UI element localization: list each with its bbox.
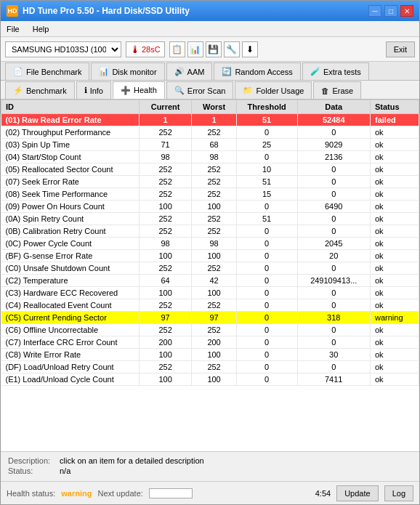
cell-data: 0 <box>297 188 370 201</box>
cell-data: 30 <box>297 349 370 361</box>
tab-disk-monitor[interactable]: 📊 Disk monitor <box>91 62 164 80</box>
menu-file[interactable]: File <box>4 24 23 34</box>
cell-status: ok <box>370 126 419 139</box>
cell-worst: 42 <box>192 275 236 287</box>
cell-worst: 200 <box>192 336 236 349</box>
cell-status: ok <box>370 176 419 188</box>
table-row[interactable]: (08) Seek Time Performance252252150ok <box>1 188 419 201</box>
tab-health[interactable]: ➕ Health <box>113 81 165 99</box>
icon-btn-4[interactable]: 🔧 <box>224 41 240 57</box>
log-button[interactable]: Log <box>384 485 413 501</box>
tab-folder-usage[interactable]: 📁 Folder Usage <box>235 81 312 99</box>
cell-worst: 1 <box>192 114 236 126</box>
error-scan-icon: 🔍 <box>174 86 185 95</box>
cell-current: 71 <box>139 139 192 151</box>
random-access-label: Random Access <box>235 68 292 76</box>
benchmark-icon: ⚡ <box>13 86 23 95</box>
exit-button[interactable]: Exit <box>386 41 415 57</box>
tab-error-scan[interactable]: 🔍 Error Scan <box>166 81 234 99</box>
table-row[interactable]: (09) Power On Hours Count10010006490ok <box>1 201 419 213</box>
tab-random-access[interactable]: 🔄 Random Access <box>214 62 300 80</box>
table-row[interactable]: (C7) Interface CRC Error Count20020000ok <box>1 336 419 349</box>
cell-id: (BF) G-sense Error Rate <box>1 250 140 262</box>
info-label: Info <box>90 86 103 95</box>
icon-btn-2[interactable]: 📊 <box>187 41 203 57</box>
table-row[interactable]: (05) Reallocated Sector Count252252100ok <box>1 163 419 176</box>
maximize-button[interactable]: □ <box>384 5 397 17</box>
table-row[interactable]: (C0) Unsafe Shutdown Count25225200ok <box>1 262 419 275</box>
tab-extra-tests[interactable]: 🧪 Extra tests <box>302 62 369 80</box>
random-access-icon: 🔄 <box>222 67 232 76</box>
cell-status: ok <box>370 188 419 201</box>
icon-btn-5[interactable]: ⬇ <box>242 41 258 57</box>
cell-status: ok <box>370 349 419 361</box>
table-row[interactable]: (DF) Load/Unload Retry Count25225200ok <box>1 361 419 373</box>
cell-data: 0 <box>297 336 370 349</box>
icon-btn-1[interactable]: 📋 <box>169 41 185 57</box>
tab-info[interactable]: ℹ Info <box>76 81 111 99</box>
extra-tests-label: Extra tests <box>323 68 361 76</box>
icon-btn-3[interactable]: 💾 <box>206 41 222 57</box>
cell-id: (05) Reallocated Sector Count <box>1 163 140 176</box>
table-row[interactable]: (0B) Calibration Retry Count25225200ok <box>1 225 419 238</box>
table-row[interactable]: (C8) Write Error Rate100100030ok <box>1 349 419 361</box>
title-bar: HD HD Tune Pro 5.50 - Hard Disk/SSD Util… <box>1 1 419 21</box>
cell-worst: 252 <box>192 361 236 373</box>
table-row[interactable]: (C2) Temperature64420249109413...ok <box>1 275 419 287</box>
cell-worst: 100 <box>192 373 236 386</box>
cell-data: 0 <box>297 126 370 139</box>
table-row[interactable]: (C4) Reallocated Event Count25225200ok <box>1 299 419 312</box>
cell-current: 252 <box>139 324 192 336</box>
cell-worst: 68 <box>192 139 236 151</box>
drive-select[interactable]: SAMSUNG HD103SJ (1000 gB) <box>5 41 121 57</box>
cell-current: 100 <box>139 201 192 213</box>
cell-status: ok <box>370 299 419 312</box>
tab-aam[interactable]: 🔊 AAM <box>166 62 213 80</box>
table-row[interactable]: (04) Start/Stop Count989802136ok <box>1 151 419 163</box>
cell-status: ok <box>370 201 419 213</box>
update-button[interactable]: Update <box>336 485 378 501</box>
cell-data: 249109413... <box>297 275 370 287</box>
erase-icon: 🗑 <box>321 86 329 95</box>
health-status-value: warning <box>61 489 92 498</box>
cell-id: (E1) Load/Unload Cycle Count <box>1 373 140 386</box>
header-threshold: Threshold <box>236 100 297 114</box>
cell-worst: 97 <box>192 312 236 324</box>
description-area: Description: click on an item for a deta… <box>1 451 419 481</box>
toolbar-icons: 📋 📊 💾 🔧 ⬇ <box>169 41 258 57</box>
table-row[interactable]: (C6) Offline Uncorrectable25225200ok <box>1 324 419 336</box>
tab-erase[interactable]: 🗑 Erase <box>313 81 361 99</box>
table-row[interactable]: (BF) G-sense Error Rate100100020ok <box>1 250 419 262</box>
table-row[interactable]: (01) Raw Read Error Rate115152484failed <box>1 114 419 126</box>
cell-current: 252 <box>139 213 192 225</box>
table-row[interactable]: (02) Throughput Performance25225200ok <box>1 126 419 139</box>
table-row[interactable]: (0A) Spin Retry Count252252510ok <box>1 213 419 225</box>
description-line: Description: click on an item for a deta… <box>8 456 412 465</box>
cell-status: ok <box>370 361 419 373</box>
cell-current: 252 <box>139 126 192 139</box>
table-row[interactable]: (07) Seek Error Rate252252510ok <box>1 176 419 188</box>
cell-status: ok <box>370 336 419 349</box>
minimize-button[interactable]: ─ <box>368 5 381 17</box>
cell-worst: 252 <box>192 225 236 238</box>
table-row[interactable]: (C5) Current Pending Sector97970318warni… <box>1 312 419 324</box>
tab-benchmark[interactable]: ⚡ Benchmark <box>5 81 75 99</box>
health-label: Health <box>134 86 157 94</box>
table-row[interactable]: (E1) Load/Unload Cycle Count10010007411o… <box>1 373 419 386</box>
tab-file-benchmark[interactable]: 📄 File Benchmark <box>5 62 89 80</box>
cell-threshold: 25 <box>236 139 297 151</box>
cell-status: ok <box>370 262 419 275</box>
menu-bar: File Help <box>1 21 419 37</box>
close-button[interactable]: ✕ <box>400 5 413 17</box>
cell-status: ok <box>370 151 419 163</box>
cell-threshold: 15 <box>236 188 297 201</box>
cell-status: ok <box>370 324 419 336</box>
cell-data: 7411 <box>297 373 370 386</box>
cell-status: ok <box>370 250 419 262</box>
table-row[interactable]: (C3) Hardware ECC Recovered10010000ok <box>1 287 419 299</box>
table-row[interactable]: (03) Spin Up Time7168259029ok <box>1 139 419 151</box>
cell-id: (03) Spin Up Time <box>1 139 140 151</box>
table-row[interactable]: (0C) Power Cycle Count989802045ok <box>1 238 419 250</box>
menu-help[interactable]: Help <box>30 24 52 34</box>
time-display: 4:54 <box>315 489 331 498</box>
